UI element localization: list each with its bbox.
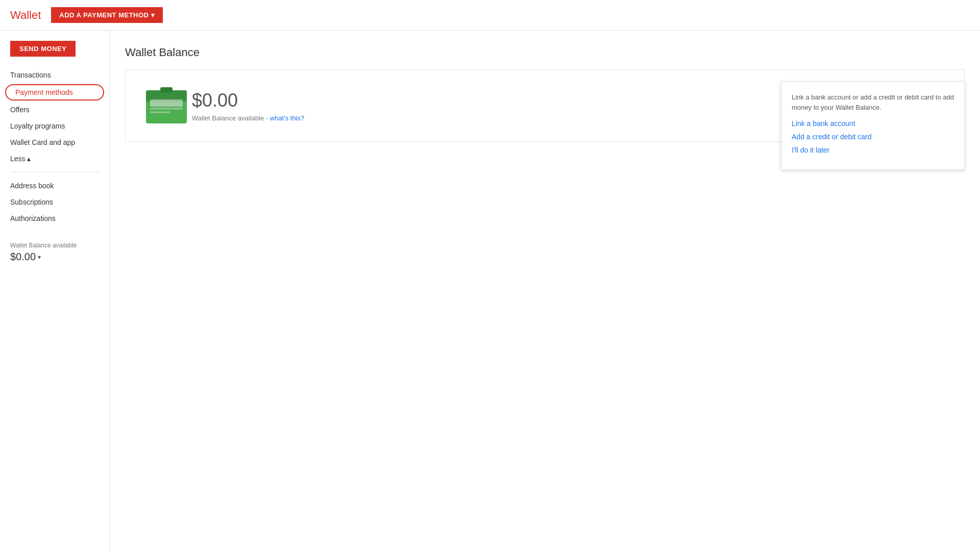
link-bank-account-link[interactable]: Link a bank account [792, 119, 954, 128]
sidebar-item-payment-methods[interactable]: Payment methods [5, 84, 104, 101]
svg-rect-5 [160, 87, 173, 92]
sidebar-item-subscriptions[interactable]: Subscriptions [0, 194, 109, 210]
app-title: Wallet [10, 9, 41, 22]
page-layout: SEND MONEY Transactions Payment methods … [0, 31, 980, 551]
sidebar-balance-section: Wallet Balance available $0.00 ▾ [0, 232, 109, 263]
header: Wallet ADD A PAYMENT METHOD ▾ [0, 0, 980, 31]
sidebar-item-loyalty-programs[interactable]: Loyalty programs [0, 118, 109, 134]
send-money-button[interactable]: SEND MONEY [10, 41, 76, 57]
sidebar-divider [10, 172, 99, 172]
balance-dropdown-arrow: ▾ [38, 254, 41, 261]
sidebar: SEND MONEY Transactions Payment methods … [0, 31, 110, 551]
sidebar-item-transactions[interactable]: Transactions [0, 67, 109, 83]
add-payment-method-button[interactable]: ADD A PAYMENT METHOD ▾ [51, 7, 163, 23]
svg-rect-3 [150, 108, 183, 110]
sidebar-item-address-book[interactable]: Address book [0, 178, 109, 194]
svg-rect-4 [150, 111, 170, 113]
do-it-later-link[interactable]: I'll do it later [792, 146, 954, 154]
sidebar-item-authorizations[interactable]: Authorizations [0, 210, 109, 227]
svg-rect-2 [150, 99, 183, 107]
wallet-balance-info: $0.00 Wallet Balance available - what's … [192, 90, 857, 122]
sidebar-balance-label: Wallet Balance available [10, 242, 99, 249]
whats-this-link[interactable]: what's this? [270, 114, 305, 122]
wallet-balance-text: Wallet Balance available - what's this? [192, 114, 857, 122]
wallet-icon [141, 80, 192, 131]
sidebar-balance-amount[interactable]: $0.00 ▾ [10, 251, 99, 263]
sidebar-item-offers[interactable]: Offers [0, 102, 109, 118]
sidebar-item-wallet-card-app[interactable]: Wallet Card and app [0, 134, 109, 151]
wallet-amount: $0.00 [192, 90, 857, 111]
add-credit-debit-card-link[interactable]: Add a credit or debit card [792, 133, 954, 141]
page-title: Wallet Balance [125, 46, 965, 59]
sidebar-less-toggle[interactable]: Less ▴ [0, 151, 109, 167]
dropdown-description: Link a bank account or add a credit or d… [792, 92, 954, 112]
main-content: Wallet Balance $0.00 Wallet Balanc [110, 31, 980, 551]
add-wallet-dropdown: Link a bank account or add a credit or d… [781, 82, 965, 170]
